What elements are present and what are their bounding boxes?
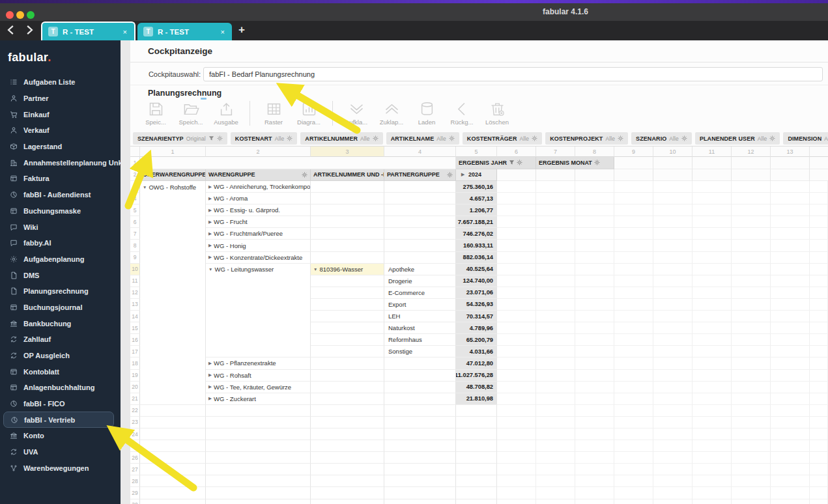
column-number[interactable]: 9 bbox=[614, 147, 653, 157]
cell-warengruppe[interactable]: ▶WG - Konzentrate/Dickeextrakte bbox=[206, 252, 311, 264]
collapse-icon[interactable]: ▼ bbox=[208, 267, 212, 272]
row-number[interactable]: 16 bbox=[130, 334, 140, 346]
cell-artikelnummer[interactable] bbox=[311, 370, 384, 382]
cell-ergebnis-2024[interactable]: 746.276,02 bbox=[456, 228, 497, 240]
row-number[interactable]: 9 bbox=[130, 252, 140, 264]
row-number[interactable]: 4 bbox=[130, 193, 140, 204]
cell-artikelnummer[interactable] bbox=[311, 287, 384, 299]
row-number[interactable]: 10 bbox=[130, 264, 140, 275]
cell-artikelnummer[interactable] bbox=[311, 193, 384, 204]
sidebar-item-dms[interactable]: DMS bbox=[0, 267, 121, 283]
cell-ergebnis-2024[interactable]: 4.031,66 bbox=[456, 346, 497, 357]
sidebar-item-anlagenbuchhaltung[interactable]: Anlagenbuchhaltung bbox=[0, 380, 121, 396]
speic-button[interactable]: Speic... bbox=[138, 99, 173, 126]
cell-artikelnummer[interactable] bbox=[311, 322, 384, 334]
row-number[interactable]: 3 bbox=[130, 181, 140, 193]
cell-partnergruppe[interactable] bbox=[384, 252, 456, 264]
sidebar-item-lagerstand[interactable]: Lagerstand bbox=[0, 139, 121, 155]
cell-ergebnis-2024[interactable]: 11.027.576,28 bbox=[456, 370, 497, 382]
partnergruppe-header[interactable]: PARTNERGRUPPE bbox=[384, 169, 456, 182]
cell-warengruppe[interactable]: ▶WG - Rohsaft bbox=[206, 370, 311, 382]
r-ckg-button[interactable]: Rückg... bbox=[444, 99, 479, 126]
cell-partnergruppe[interactable] bbox=[384, 216, 456, 228]
cell-warengruppe[interactable] bbox=[206, 405, 311, 417]
cell-partnergruppe[interactable] bbox=[384, 487, 456, 499]
sidebar-item-einkauf[interactable]: Einkauf bbox=[0, 106, 121, 122]
cell-oberwarengruppe[interactable] bbox=[140, 499, 206, 504]
cell-warengruppe[interactable] bbox=[206, 428, 311, 440]
cell-warengruppe[interactable] bbox=[206, 275, 311, 287]
cell-artikelnummer[interactable] bbox=[311, 181, 384, 193]
row-number[interactable]: 7 bbox=[130, 228, 140, 240]
cell-artikelnummer[interactable] bbox=[311, 275, 384, 287]
row-number[interactable]: 21 bbox=[130, 393, 140, 405]
sidebar-item-fabby-ai[interactable]: fabby.AI bbox=[0, 235, 121, 251]
row-number[interactable]: 6 bbox=[130, 216, 140, 228]
cell-oberwarengruppe[interactable] bbox=[140, 428, 206, 440]
cell-ergebnis-2024[interactable] bbox=[456, 487, 497, 499]
cell-artikelnummer[interactable] bbox=[311, 346, 384, 357]
sidebar-item-aufgabenplanung[interactable]: Aufgabenplanung bbox=[0, 251, 121, 268]
cell-oberwarengruppe[interactable] bbox=[140, 370, 206, 382]
cell-ergebnis-2024[interactable]: 54.326,93 bbox=[456, 299, 497, 311]
cell-warengruppe[interactable]: ▶WG - Pflanzenextrakte bbox=[206, 357, 311, 369]
cell-partnergruppe[interactable]: Sonstige bbox=[384, 346, 456, 357]
cell-partnergruppe[interactable] bbox=[384, 204, 456, 216]
cell-warengruppe[interactable]: ▶WG - Frucht bbox=[206, 216, 311, 228]
column-number[interactable]: 4 bbox=[384, 147, 456, 157]
cell-warengruppe[interactable]: ▼WG - Leitungswasser bbox=[206, 264, 311, 275]
cell-artikelnummer[interactable] bbox=[311, 428, 384, 440]
cell-oberwarengruppe[interactable] bbox=[140, 346, 206, 357]
row-number[interactable]: 2 bbox=[130, 169, 140, 182]
window-controls[interactable] bbox=[6, 11, 35, 19]
cell-partnergruppe[interactable] bbox=[384, 452, 456, 464]
cell-artikelnummer[interactable] bbox=[311, 204, 384, 216]
cell-warengruppe[interactable] bbox=[206, 299, 311, 311]
cell-artikelnummer[interactable] bbox=[311, 440, 384, 452]
cell-warengruppe[interactable] bbox=[206, 287, 311, 299]
row-number[interactable]: 27 bbox=[130, 464, 140, 475]
cell-warengruppe[interactable]: ▶WG - Aroma bbox=[206, 193, 311, 204]
aufkla-button[interactable]: Aufkla... bbox=[339, 99, 374, 126]
expand-icon[interactable]: ▶ bbox=[208, 219, 212, 225]
cell-warengruppe[interactable] bbox=[206, 417, 311, 428]
cell-partnergruppe[interactable] bbox=[384, 382, 456, 393]
back-icon[interactable] bbox=[5, 24, 17, 36]
expand-icon[interactable]: ▶ bbox=[208, 361, 212, 366]
cell-ergebnis-2024[interactable]: 65.200,79 bbox=[456, 334, 497, 346]
sidebar-item-buchungsmaske[interactable]: Buchungsmaske bbox=[0, 203, 121, 219]
cell-oberwarengruppe[interactable] bbox=[140, 299, 206, 311]
cell-warengruppe[interactable]: ▶WG - Anreicherung, Trockenkomponenten bbox=[206, 181, 311, 193]
sidebar-item-warenbewegungen[interactable]: Warenbewegungen bbox=[0, 460, 121, 477]
cell-ergebnis-2024[interactable]: 4.657,13 bbox=[456, 193, 497, 204]
cell-oberwarengruppe[interactable] bbox=[140, 334, 206, 346]
sidebar-item-konto[interactable]: Konto bbox=[0, 428, 121, 444]
expand-icon[interactable]: ▶ bbox=[208, 196, 212, 201]
row-number[interactable]: 25 bbox=[130, 440, 140, 452]
diagra-button[interactable]: Diagra... bbox=[291, 99, 326, 126]
tab-r-test[interactable]: TR - TEST× bbox=[41, 21, 136, 40]
cell-ergebnis-2024[interactable] bbox=[456, 464, 497, 475]
minimize-window-button[interactable] bbox=[16, 11, 24, 19]
filter-chip-artikelname[interactable]: ARTIKELNAMEAlle bbox=[386, 132, 459, 145]
cell-ergebnis-2024[interactable] bbox=[456, 417, 497, 428]
column-number[interactable]: 11 bbox=[692, 147, 732, 157]
tab-close-icon[interactable]: × bbox=[221, 28, 225, 36]
cell-oberwarengruppe[interactable] bbox=[140, 393, 206, 405]
expand-icon[interactable]: ▶ bbox=[208, 208, 212, 213]
column-number[interactable]: 3 bbox=[311, 147, 384, 157]
cell-partnergruppe[interactable] bbox=[384, 240, 456, 251]
cell-oberwarengruppe[interactable] bbox=[140, 322, 206, 334]
cell-artikelnummer[interactable] bbox=[311, 464, 384, 475]
cell-oberwarengruppe[interactable] bbox=[140, 382, 206, 393]
column-number[interactable]: 13 bbox=[771, 147, 810, 157]
cell-artikelnummer[interactable] bbox=[311, 299, 384, 311]
raster-button[interactable]: Raster bbox=[256, 99, 291, 126]
row-number[interactable]: 1 bbox=[130, 157, 140, 169]
cell-ergebnis-2024[interactable] bbox=[456, 428, 497, 440]
column-number[interactable]: 7 bbox=[536, 147, 575, 157]
cell-oberwarengruppe[interactable]: ▼OWG - Rohstoffe bbox=[140, 181, 206, 193]
cell-warengruppe[interactable]: ▶WG - Essig- u. Gärprod. bbox=[206, 204, 311, 216]
cell-ergebnis-2024[interactable] bbox=[456, 499, 497, 504]
filter-chip-planender-user[interactable]: PLANENDER USERAlle bbox=[695, 132, 780, 145]
